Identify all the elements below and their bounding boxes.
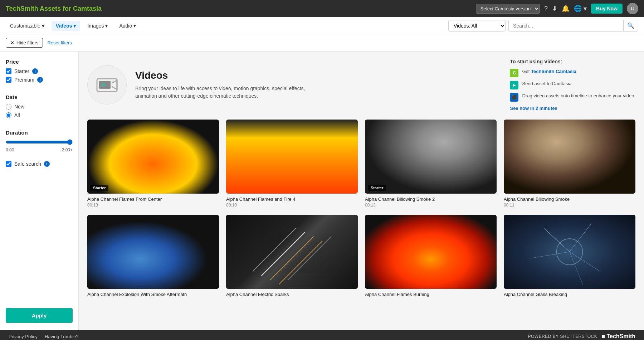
camtasia-icon: C	[510, 69, 518, 77]
duration-section: Duration 0:00 2:00+	[6, 130, 73, 152]
date-new-item[interactable]: New	[6, 104, 73, 110]
video-grid: Starter Alpha Channel Flames From Center…	[87, 120, 635, 298]
camtasia-version-select[interactable]: Select Camtasia version	[476, 4, 540, 14]
video-card-4[interactable]: Alpha Channel Billowing Smoke 00:11	[504, 120, 635, 208]
svg-line-10	[543, 228, 570, 252]
sub-nav: Customizable ▾ Videos ▾ Images ▾ Audio ▾…	[0, 17, 644, 34]
apply-button[interactable]: Apply	[6, 308, 73, 323]
nav-customizable[interactable]: Customizable ▾	[6, 21, 49, 31]
price-section: Price Starter i Premium i	[6, 59, 73, 86]
svg-line-11	[570, 223, 591, 252]
video-thumb-7	[365, 215, 497, 289]
search-input[interactable]	[509, 21, 623, 31]
video-title-4: Alpha Channel Billowing Smoke	[504, 196, 635, 202]
svg-line-13	[570, 252, 600, 272]
svg-line-7	[279, 241, 322, 285]
price-starter-item[interactable]: Starter i	[6, 68, 73, 74]
help-icon[interactable]: ?	[544, 5, 548, 13]
price-starter-label: Starter	[14, 68, 29, 74]
video-title-8: Alpha Channel Glass Breaking	[504, 292, 635, 297]
download-icon[interactable]: ⬇	[552, 5, 557, 13]
nav-audio-chevron: ▾	[133, 23, 136, 29]
premium-info-badge[interactable]: i	[37, 77, 43, 83]
hero-aside: To start using Videos: C Get TechSmith C…	[510, 59, 635, 111]
nav-images-label: Images	[87, 23, 104, 29]
video-title-2: Alpha Channel Flames and Fire 4	[226, 196, 358, 202]
duration-max: 2:00+	[62, 147, 73, 152]
svg-line-14	[570, 252, 583, 285]
date-all-radio[interactable]	[6, 112, 11, 118]
video-thumb-inner-7	[365, 215, 497, 289]
footer: Privacy Policy Having Trouble? POWERED B…	[0, 330, 644, 340]
price-title: Price	[6, 59, 73, 65]
aside-item-drag-video: ⬛ Drag video assets onto timeline to enh…	[510, 93, 635, 102]
safe-search-info-badge[interactable]: i	[44, 161, 50, 167]
video-duration-3: 00:13	[365, 203, 497, 208]
reset-filters-button[interactable]: Reset filters	[47, 40, 72, 45]
video-card-1[interactable]: Starter Alpha Channel Flames From Center…	[87, 120, 219, 208]
logo-for: for Camtasia	[63, 5, 102, 12]
price-premium-checkbox[interactable]	[6, 77, 11, 83]
price-premium-label: Premium	[14, 77, 34, 83]
svg-line-5	[270, 237, 314, 280]
filter-bar: ✕ Hide filters Reset filters	[0, 34, 644, 52]
video-title-5: Alpha Channel Explosion With Smoke After…	[87, 292, 219, 297]
price-premium-item[interactable]: Premium i	[6, 77, 73, 83]
footer-right: POWERED BY SHUTTERSTOCK ■ TechSmith	[528, 333, 635, 340]
video-card-5[interactable]: Alpha Channel Explosion With Smoke After…	[87, 215, 219, 298]
camtasia-link[interactable]: TechSmith Camtasia	[531, 69, 576, 74]
buy-now-button[interactable]: Buy Now	[591, 4, 623, 14]
video-thumb-4	[504, 120, 635, 194]
duration-slider[interactable]	[6, 139, 73, 145]
starter-badge-1: Starter	[90, 185, 108, 191]
price-starter-checkbox[interactable]	[6, 68, 11, 74]
video-thumb-5	[87, 215, 219, 289]
top-nav-right: Select Camtasia version ? ⬇ 🔔 🌐 ▾ Buy No…	[476, 3, 638, 14]
video-card-7[interactable]: Alpha Channel Flames Burning	[365, 215, 497, 298]
safe-search-item[interactable]: Safe search i	[6, 161, 73, 167]
safe-search-checkbox[interactable]	[6, 161, 11, 167]
hero-section: Videos Bring your ideas to life with acc…	[87, 59, 635, 111]
video-thumb-1: Starter	[87, 120, 219, 194]
date-section: Date New All	[6, 94, 73, 121]
date-all-item[interactable]: All	[6, 112, 73, 118]
hide-filters-label: Hide filters	[16, 40, 38, 45]
category-select[interactable]: Videos: All	[448, 20, 506, 31]
nav-audio[interactable]: Audio ▾	[115, 21, 140, 31]
video-card-8[interactable]: Alpha Channel Glass Breaking	[504, 215, 635, 298]
main-layout: Price Starter i Premium i Date New All	[0, 52, 644, 330]
svg-line-12	[530, 252, 570, 258]
hero-aside-title: To start using Videos:	[510, 59, 635, 64]
globe-icon[interactable]: 🌐 ▾	[574, 5, 587, 13]
avatar[interactable]: U	[627, 3, 638, 14]
nav-videos[interactable]: Videos ▾	[52, 21, 80, 31]
duration-min: 0:00	[6, 147, 14, 152]
video-duration-4: 00:11	[504, 203, 635, 208]
search-button[interactable]: 🔍	[623, 20, 638, 31]
video-card-3[interactable]: Starter Alpha Channel Billowing Smoke 2 …	[365, 120, 497, 208]
video-card-6[interactable]: Alpha Channel Electric Sparks	[226, 215, 358, 298]
see-how-link[interactable]: See how in 2 minutes	[510, 106, 557, 111]
date-new-label: New	[14, 104, 24, 110]
aside-item-get-camtasia: C Get TechSmith Camtasia	[510, 69, 635, 77]
starter-info-badge[interactable]: i	[32, 68, 38, 74]
hero-description: Bring your ideas to life with access to …	[135, 85, 314, 100]
date-new-radio[interactable]	[6, 104, 11, 110]
hide-filters-button[interactable]: ✕ Hide filters	[6, 38, 43, 48]
video-thumb-6	[226, 215, 358, 289]
video-thumb-inner-3	[365, 120, 497, 194]
svg-point-2	[101, 83, 106, 87]
nav-images[interactable]: Images ▾	[83, 21, 112, 31]
video-thumb-inner-6	[226, 215, 358, 289]
notification-icon[interactable]: 🔔	[562, 5, 570, 13]
duration-slider-wrap: 0:00 2:00+	[6, 139, 73, 152]
video-duration-2: 00:10	[226, 203, 358, 208]
video-thumb-inner-2	[226, 120, 358, 194]
video-thumb-8	[504, 215, 635, 289]
powered-by-text: POWERED BY SHUTTERSTOCK	[528, 334, 597, 339]
having-trouble-link[interactable]: Having Trouble?	[45, 334, 79, 339]
duration-labels: 0:00 2:00+	[6, 147, 73, 152]
top-nav: TechSmith Assets for Camtasia Select Cam…	[0, 0, 644, 17]
video-card-2[interactable]: Alpha Channel Flames and Fire 4 00:10	[226, 120, 358, 208]
privacy-policy-link[interactable]: Privacy Policy	[9, 334, 38, 339]
